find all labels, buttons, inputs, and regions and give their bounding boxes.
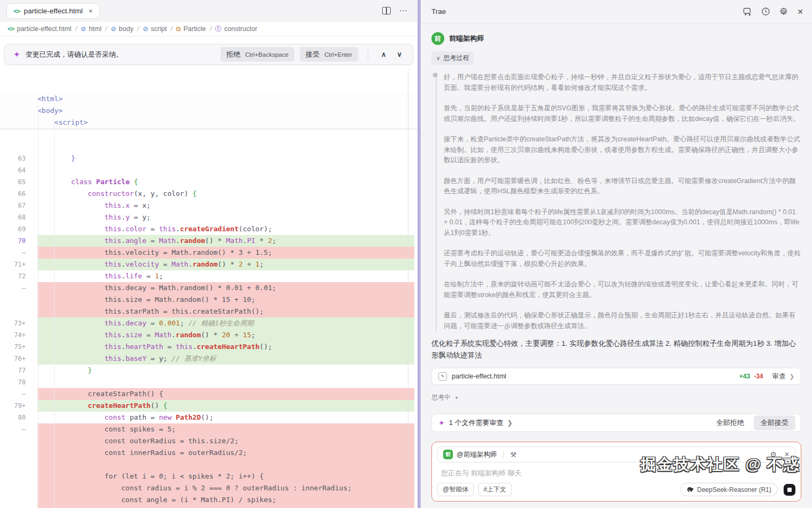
removed-lines-count: -34 xyxy=(754,373,763,380)
code-text: this.starPath = this.createStarPath(); xyxy=(37,306,414,317)
split-editor-icon[interactable] xyxy=(382,7,391,14)
code-line: 70 this.angle = Math.random() * Math.PI … xyxy=(0,235,418,247)
code-text: this.decay = Math.random() * 0.01 + 0.01… xyxy=(37,282,414,294)
breadcrumb-item-constructor[interactable]: ⓕconstructor xyxy=(215,25,257,33)
code-text: for (let i = 0; i < spikes * 2; i++) { xyxy=(37,471,414,482)
changed-file-card[interactable]: ✎ particle-effect.html +43 -34 审查 ❯ xyxy=(431,368,801,385)
breadcrumb-item-Particle[interactable]: ⧉Particle xyxy=(176,25,206,33)
thinking-paragraph: 好，用户现在想要点击页面出现爱心粒子，持续一秒钟，并且自定义粒子形状为爱心，适用… xyxy=(444,72,801,93)
accept-button[interactable]: 接受 Ctrl+Enter xyxy=(300,47,358,62)
code-line: 71+ this.velocity = Math.random() * 2 + … xyxy=(0,259,418,270)
code-editor[interactable]: <html><body> <script> 63 }6465 class Par… xyxy=(0,70,418,508)
notification-actions: 拒绝 Ctrl+Backspace 接受 Ctrl+Enter ∧ ∨ xyxy=(215,47,407,62)
code-text: const spikes = 5; xyxy=(37,423,414,435)
assistant-body: 前 前端架构师 ∨ 思考过程 ⊛ 好，用户现在想要点击页面出现爱心粒子，持续一秒… xyxy=(421,24,812,508)
accept-all-button[interactable]: 全部接受 xyxy=(754,415,795,430)
breadcrumb-item-script[interactable]: ⊘script xyxy=(143,25,167,33)
agent-mention-bar: 前 @前端架构师 ⚒ ⚙ ✕ xyxy=(437,446,795,462)
model-selector[interactable]: DeepSeek-Reasoner (R1) xyxy=(680,483,778,496)
thinking-paragraph: 还需要考虑粒子的运动轨迹，爱心可能更适合缓慢飘落的效果，而不是爆炸式的扩散。可能… xyxy=(444,248,801,269)
chevron-right-icon: ❯ xyxy=(790,373,794,380)
code-text: this.life = 1; xyxy=(37,270,414,282)
review-link[interactable]: 审查 xyxy=(772,372,786,381)
overview-ruler-border xyxy=(408,70,408,508)
tools-hammer-icon[interactable]: ⚒ xyxy=(510,451,517,459)
code-line: for (let i = 0; i < spikes * 2; i++) { xyxy=(0,471,418,482)
code-text: const path = new Path2D(); xyxy=(37,412,414,423)
stop-generating-button[interactable] xyxy=(784,484,795,496)
method-symbol-icon: ⓕ xyxy=(215,26,222,32)
code-line: 65 class Particle { xyxy=(0,176,418,188)
line-number xyxy=(0,117,37,128)
line-number xyxy=(0,482,37,494)
thinking-toggle[interactable]: ∨ 思考过程 xyxy=(431,51,474,65)
code-text: this.heartPath = this.createHeartPath(); xyxy=(37,341,414,353)
new-chat-icon[interactable] xyxy=(742,7,752,17)
code-line: 67 this.x = x; xyxy=(0,200,418,211)
code-text: this.color = this.createGradient(color); xyxy=(37,223,414,235)
tab-title: particle-effect.html xyxy=(24,7,82,15)
code-text: this.x = x; xyxy=(37,200,414,211)
breadcrumb-label: script xyxy=(151,25,167,33)
reject-all-button[interactable]: 全部拒绝 xyxy=(711,415,749,430)
code-text: this.size = Math.random() * 20 + 15; xyxy=(37,329,414,341)
assistant-title: Trae xyxy=(431,7,446,16)
breadcrumb-separator: / xyxy=(105,25,107,33)
code-text: this.baseY = y; // 基准Y坐标 xyxy=(37,353,414,365)
code-line: 66 constructor(x, y, color) { xyxy=(0,188,418,200)
breadcrumb-label: body xyxy=(119,25,133,33)
breadcrumb-item-body[interactable]: ⊘body xyxy=(111,25,133,33)
code-line: 76+ this.baseY = y; // 基准Y坐标 xyxy=(0,353,418,365)
agents-chip[interactable]: @智能体 xyxy=(437,483,474,496)
code-text: constructor(x, y, color) { xyxy=(37,188,414,200)
line-number: 77 xyxy=(0,365,37,376)
reject-button[interactable]: 拒绝 Ctrl+Backspace xyxy=(221,47,294,62)
code-text: <script> xyxy=(37,117,414,128)
agent-mention[interactable]: @前端架构师 xyxy=(457,450,497,459)
next-change-icon[interactable]: ∨ xyxy=(391,50,407,58)
close-icon[interactable]: ✕ xyxy=(784,451,790,458)
close-panel-icon[interactable]: ✕ xyxy=(797,7,803,16)
code-text: this.y = y; xyxy=(37,211,414,223)
code-line: const angle = (i * Math.PI) / spikes; xyxy=(0,494,418,506)
code-lines: 63 }6465 class Particle {66 constructor(… xyxy=(0,153,418,508)
sticky-code-line: <script> xyxy=(0,117,418,128)
chat-input-card[interactable]: 前 @前端架构师 ⚒ ⚙ ✕ 您正在与 前端架构师 聊天 @智能体 #上下文 xyxy=(431,442,801,502)
more-actions-icon[interactable]: ⋯ xyxy=(399,6,408,16)
line-number: 74+ xyxy=(0,329,37,341)
chevron-right-icon[interactable]: ❯ xyxy=(507,419,513,427)
line-number xyxy=(0,294,37,306)
deepseek-whale-icon xyxy=(687,486,694,493)
tab-particle-effect[interactable]: <> particle-effect.html × xyxy=(6,3,100,19)
line-number: 79+ xyxy=(0,400,37,412)
divider xyxy=(503,451,504,458)
breadcrumb-item-particle-effect.html[interactable]: <>particle-effect.html xyxy=(7,25,71,33)
code-line: this.size = Math.random() * 15 + 10; xyxy=(0,294,418,306)
code-line: 78 xyxy=(0,376,418,388)
line-number xyxy=(0,459,37,471)
line-number: 69 xyxy=(0,223,37,235)
assistant-header: Trae ✕ xyxy=(421,0,812,24)
symbol-icon: ⊘ xyxy=(81,26,86,32)
status-dot xyxy=(456,397,458,399)
review-bar-text: 1 个文件需要审查 xyxy=(449,418,504,428)
line-number: 65 xyxy=(0,176,37,188)
code-text: createHeartPath() { xyxy=(37,400,414,412)
prev-change-icon[interactable]: ∧ xyxy=(376,50,392,58)
chat-input-placeholder[interactable]: 您正在与 前端架构师 聊天 xyxy=(441,468,795,478)
line-number: 76+ xyxy=(0,353,37,365)
breadcrumb-label: particle-effect.html xyxy=(17,25,71,33)
tab-close-icon[interactable]: × xyxy=(89,7,93,15)
thinking-status: 思考中 xyxy=(431,393,451,402)
agent-row: 前 前端架构师 xyxy=(431,32,801,45)
gear-icon[interactable]: ⚙ xyxy=(770,450,777,459)
code-line: – createStarPath() { xyxy=(0,388,418,400)
breadcrumb-item-html[interactable]: ⊘html xyxy=(81,25,102,33)
line-number: 68 xyxy=(0,211,37,223)
context-chip[interactable]: #上下文 xyxy=(478,483,512,496)
sticky-scroll: <html><body> <script> xyxy=(0,93,418,129)
code-text: const outerRadius = this.size/2; xyxy=(37,435,414,447)
history-icon[interactable] xyxy=(761,7,770,17)
breadcrumb-separator: / xyxy=(171,25,172,33)
settings-gear-icon[interactable] xyxy=(779,7,788,17)
